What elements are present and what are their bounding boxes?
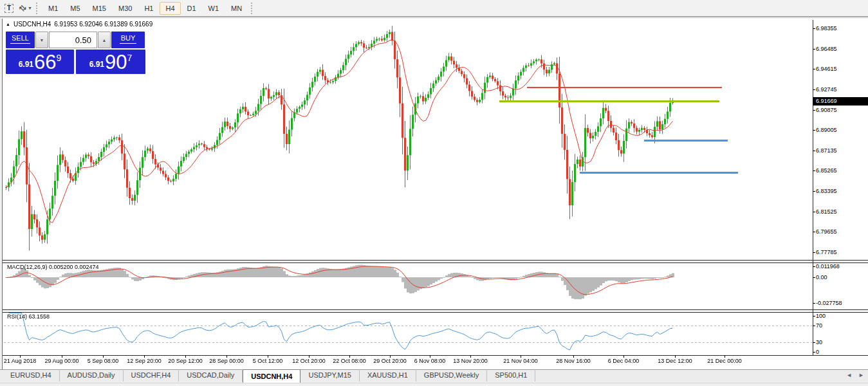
time-axis-label: 12 Sep 20:00 — [127, 358, 162, 364]
mt4-window: T ⇄ ▼ M1M5M15M30H1H4D1W1MN ▲ USDCNH,H4 6… — [0, 0, 868, 386]
timeframe-group: M1M5M15M30H1H4D1W1MN — [42, 2, 248, 15]
price-axis-label: 6.79655 — [816, 228, 837, 235]
chevron-down-icon: ▼ — [40, 38, 44, 42]
tab-scroll-arrows: ◄ ► — [846, 372, 864, 378]
tab-usdcad-daily[interactable]: USDCAD,Daily — [179, 369, 243, 381]
macd-chart-canvas[interactable] — [4, 263, 812, 309]
time-axis-tick — [103, 355, 104, 358]
chart-symbol-title: USDCNH,H4 — [14, 21, 51, 28]
price-axis-label: 6.83395 — [816, 188, 837, 194]
time-axis-label: 22 Oct 08:00 — [333, 358, 366, 364]
toolbar-grip-2 — [251, 3, 254, 14]
panel-separator[interactable] — [3, 262, 868, 263]
price-axis-tick — [813, 49, 815, 50]
time-axis-label: 29 Oct 20:00 — [373, 358, 407, 364]
text-tool-button[interactable]: T — [2, 1, 16, 15]
time-axis-label: 5 Oct 12:00 — [253, 358, 283, 364]
tab-usdchf-h4[interactable]: USDCHF,H4 — [124, 369, 180, 381]
rsi-axis-tick — [813, 316, 815, 317]
chart-ohlc-values: 6.91953 6.92046 6.91389 6.91669 — [54, 21, 152, 28]
tab-xauusd-h1[interactable]: XAUUSD,H1 — [360, 369, 416, 381]
rsi-axis-tick — [813, 326, 815, 326]
time-axis-label: 28 Nov 16:00 — [556, 358, 591, 364]
timeframe-mn[interactable]: MN — [225, 2, 248, 15]
price-axis-label: 6.98355 — [816, 25, 837, 32]
time-axis-label: 29 Aug 00:00 — [44, 358, 78, 364]
time-axis-label: 21 Aug 2018 — [4, 358, 37, 364]
scroll-right-icon[interactable]: ► — [858, 372, 864, 378]
tab-audusd-daily[interactable]: AUDUSD,Daily — [60, 369, 124, 381]
price-axis-separator — [813, 20, 813, 355]
time-axis-tick — [226, 355, 227, 358]
sell-button-label: SELL — [10, 34, 30, 44]
buy-button[interactable]: BUY — [111, 32, 145, 48]
rsi-axis-label: 100 — [816, 313, 826, 319]
timeframe-m30[interactable]: M30 — [113, 2, 138, 15]
time-axis-tick — [20, 355, 21, 358]
timeframe-h1[interactable]: H1 — [138, 2, 159, 15]
volume-step-up-button[interactable]: ▲ — [98, 32, 111, 48]
price-axis-tick — [813, 130, 815, 131]
volume-input[interactable] — [49, 32, 97, 48]
time-axis-tick — [144, 355, 145, 358]
panel-separator[interactable] — [3, 309, 868, 310]
time-axis-tick — [349, 355, 350, 358]
tab-usdcnh-h4[interactable]: USDCNH,H4 — [243, 369, 300, 383]
chart-collapse-icon[interactable]: ▲ — [6, 22, 10, 26]
time-axis-tick — [623, 355, 624, 358]
new-order-button[interactable]: ⇄ ▼ — [19, 1, 33, 15]
time-axis-label: 6 Dec 04:00 — [608, 358, 640, 364]
timeframe-d1[interactable]: D1 — [181, 2, 202, 15]
timeframe-w1[interactable]: W1 — [203, 2, 225, 15]
tab-gbpusd-weekly[interactable]: GBPUSD,Weekly — [416, 369, 487, 381]
price-axis-tick — [813, 252, 815, 253]
timeframe-h4[interactable]: H4 — [160, 2, 180, 15]
buy-price-small: 6.91 — [89, 60, 104, 69]
new-order-icon: ⇄ — [17, 2, 28, 14]
top-toolbar: T ⇄ ▼ M1M5M15M30H1H4D1W1MN — [0, 0, 868, 17]
time-axis-label: 5 Sep 08:00 — [88, 358, 119, 364]
buy-button-label: BUY — [120, 34, 137, 44]
time-axis-tick — [268, 355, 268, 358]
time-axis-tick — [185, 355, 186, 358]
chevron-up-icon: ▲ — [102, 38, 107, 42]
timeframe-m5[interactable]: M5 — [64, 2, 86, 15]
chart-tabs: EURUSD,H4AUDUSD,DailyUSDCHF,H4USDCAD,Dai… — [3, 369, 535, 383]
time-axis-tick — [430, 355, 430, 358]
macd-axis-tick — [813, 303, 815, 304]
tab-sp500-h1[interactable]: SP500,H1 — [487, 369, 535, 381]
price-axis-label: 6.87135 — [816, 147, 837, 154]
time-axis-label: 21 Nov 04:00 — [503, 358, 538, 364]
time-axis-tick — [675, 355, 676, 358]
timeframe-m1[interactable]: M1 — [42, 2, 64, 15]
rsi-chart-canvas[interactable] — [4, 313, 812, 355]
time-axis-tick — [725, 355, 725, 358]
time-axis-tick — [521, 355, 521, 358]
panel-separator[interactable] — [3, 312, 868, 313]
buy-price-box[interactable]: 6.91 90 7 — [76, 50, 145, 74]
rsi-axis-tick — [813, 342, 815, 343]
scroll-left-icon[interactable]: ◄ — [846, 372, 852, 378]
text-tool-icon: T — [5, 4, 14, 13]
current-price-tag: 6.91669 — [813, 97, 868, 106]
toolbar-grip — [36, 3, 39, 14]
price-axis-tick — [813, 170, 815, 171]
price-axis-tick — [813, 212, 815, 212]
price-axis-label: 6.77785 — [816, 249, 837, 255]
price-axis-label: 6.92745 — [816, 86, 837, 93]
volume-step-down-button[interactable]: ▼ — [35, 32, 48, 48]
time-axis-tick — [309, 355, 309, 358]
chart-header: ▲ USDCNH,H4 6.91953 6.92046 6.91389 6.91… — [6, 21, 152, 28]
rsi-label: RSI(14) 63.1558 — [7, 313, 50, 320]
time-axis-label: 13 Dec 12:00 — [658, 358, 692, 364]
tab-eurusd-h4[interactable]: EURUSD,H4 — [3, 369, 60, 381]
price-axis-label: 6.85265 — [816, 167, 837, 174]
tab-usdjpy-m15[interactable]: USDJPY,M15 — [300, 369, 359, 381]
sell-button[interactable]: SELL — [6, 32, 35, 48]
timeframe-m15[interactable]: M15 — [87, 2, 112, 15]
sell-price-box[interactable]: 6.91 66 9 — [6, 50, 74, 74]
sell-price-small: 6.91 — [19, 60, 33, 69]
buy-price-big: 90 — [105, 53, 127, 71]
panel-separator[interactable] — [3, 260, 868, 261]
rsi-axis-tick — [813, 352, 815, 353]
